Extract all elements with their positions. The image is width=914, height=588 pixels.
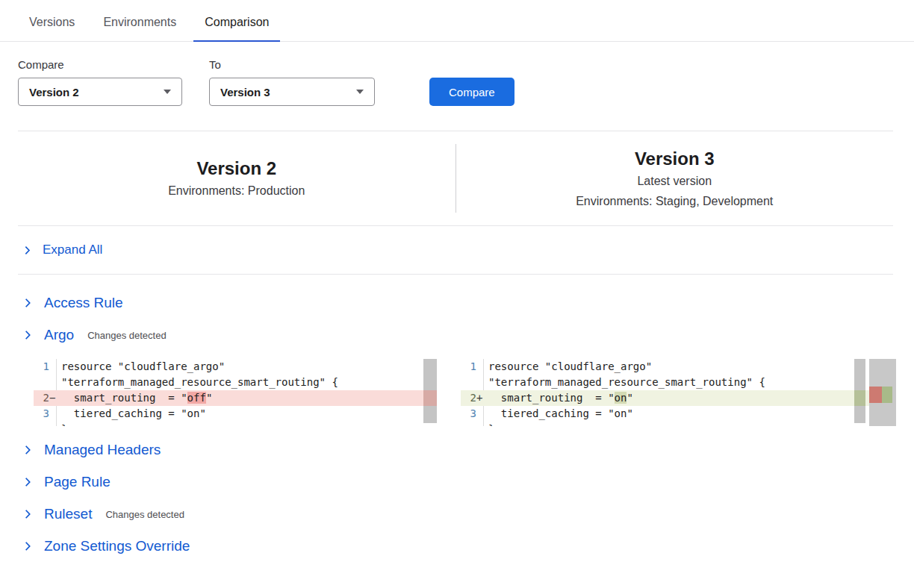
chevron-right-icon <box>22 477 33 487</box>
section-access-rule[interactable]: Access Rule <box>22 295 896 311</box>
caret-down-icon <box>356 90 364 94</box>
diff-line: 1 resource "cloudflare_argo" <box>461 359 896 375</box>
version-left-title: Version 2 <box>18 156 456 181</box>
expand-all-label: Expand All <box>43 243 102 257</box>
compare-from-select[interactable]: Version 2 <box>18 78 182 106</box>
diff-pane-right[interactable]: 1 resource "cloudflare_argo" "terraform_… <box>461 359 896 426</box>
diff-pane-left[interactable]: 1 resource "cloudflare_argo" "terraform_… <box>34 359 437 426</box>
to-field: To Version 3 <box>209 58 375 106</box>
tab-bar: Versions Environments Comparison <box>0 0 914 42</box>
section-label: Zone Settings Override <box>44 538 190 554</box>
chevron-right-icon <box>22 541 33 551</box>
version-right-environments: Environments: Staging, Development <box>456 191 894 211</box>
diff-line: "terraform_managed_resource_smart_routin… <box>34 375 437 390</box>
chevron-right-icon <box>22 330 33 340</box>
diff-line: } <box>461 422 896 426</box>
minimap-added-marker <box>882 387 892 403</box>
diff-marker-added <box>854 390 865 406</box>
compare-to-select[interactable]: Version 3 <box>209 78 375 106</box>
tab-environments[interactable]: Environments <box>92 16 187 41</box>
changes-detected-badge: Changes detected <box>87 330 167 341</box>
version-left-environments: Environments: Production <box>18 181 456 201</box>
diff-line: 3 tiered_caching = "on" <box>34 406 437 422</box>
section-argo[interactable]: Argo Changes detected <box>22 327 896 343</box>
section-label: Page Rule <box>44 474 111 490</box>
section-page-rule[interactable]: Page Rule <box>22 474 896 490</box>
section-managed-headers[interactable]: Managed Headers <box>22 442 896 458</box>
minimap-diff-band <box>869 387 896 403</box>
compare-field: Compare Version 2 <box>18 58 182 106</box>
section-label: Ruleset <box>44 506 92 522</box>
scrollbar[interactable] <box>423 359 437 423</box>
diff-minimap[interactable] <box>869 359 896 426</box>
scrollbar[interactable] <box>854 359 865 423</box>
version-left-header: Version 2 Environments: Production <box>18 156 456 201</box>
expand-all-button[interactable]: Expand All <box>18 226 893 275</box>
version-right-latest: Latest version <box>456 171 894 191</box>
chevron-right-icon <box>22 245 32 255</box>
caret-down-icon <box>164 90 171 94</box>
version-headers: Version 2 Environments: Production Versi… <box>18 131 893 226</box>
diff-line-removed: 2− smart_routing = "off" <box>34 390 437 406</box>
compare-to-value: Version 3 <box>220 86 270 98</box>
to-label: To <box>209 58 375 71</box>
version-right-title: Version 3 <box>456 146 894 171</box>
changes-detected-badge: Changes detected <box>105 509 184 520</box>
diff-line: } <box>34 422 437 426</box>
tab-comparison[interactable]: Comparison <box>193 16 280 42</box>
section-ruleset[interactable]: Ruleset Changes detected <box>22 506 896 522</box>
chevron-right-icon <box>22 509 33 519</box>
chevron-right-icon <box>22 445 33 455</box>
diff-line-added: 2+ smart_routing = "on" <box>461 390 896 406</box>
version-right-header: Version 3 Latest version Environments: S… <box>456 146 894 211</box>
diff-marker-removed <box>423 390 437 406</box>
tab-versions[interactable]: Versions <box>18 16 86 41</box>
comparison-sections: Access Rule Argo Changes detected 1 reso… <box>0 275 914 554</box>
compare-label: Compare <box>18 58 182 71</box>
compare-form: Compare Version 2 To Version 3 Compare <box>0 42 914 106</box>
diff-line: 3 tiered_caching = "on" <box>461 406 896 422</box>
diff-viewer: 1 resource "cloudflare_argo" "terraform_… <box>34 359 896 426</box>
section-label: Argo <box>44 327 74 343</box>
compare-button[interactable]: Compare <box>429 78 514 106</box>
diff-line: "terraform_managed_resource_smart_routin… <box>461 375 896 390</box>
section-zone-settings-override[interactable]: Zone Settings Override <box>22 538 896 554</box>
diff-line: 1 resource "cloudflare_argo" <box>34 359 437 375</box>
compare-from-value: Version 2 <box>29 86 79 98</box>
chevron-right-icon <box>22 298 33 308</box>
section-label: Managed Headers <box>44 442 161 458</box>
minimap-removed-marker <box>869 387 882 403</box>
section-label: Access Rule <box>44 295 123 311</box>
